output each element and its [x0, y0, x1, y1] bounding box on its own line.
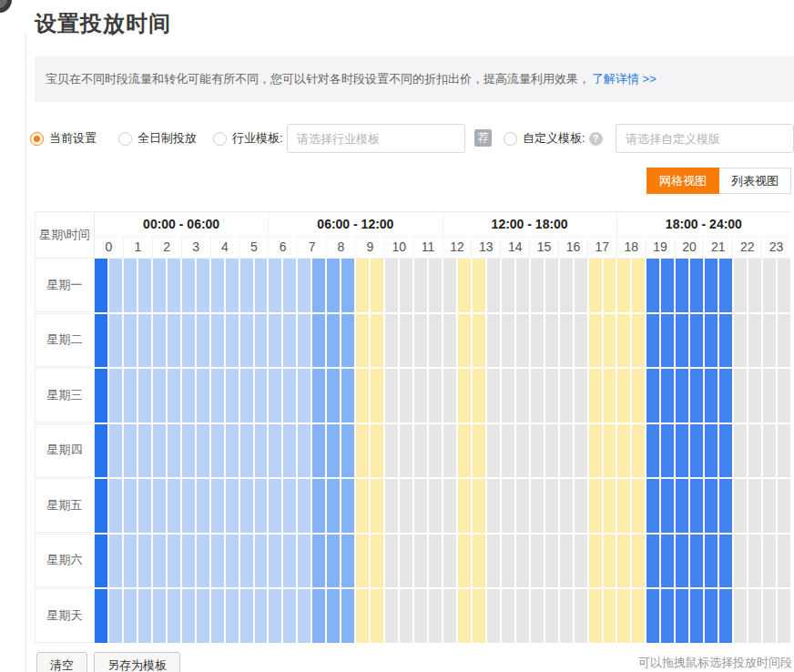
heat-cell[interactable] — [168, 259, 180, 312]
heat-cell[interactable] — [560, 369, 573, 423]
heat-cell[interactable] — [341, 535, 354, 588]
grid-view-button[interactable]: 网格视图 — [646, 168, 719, 194]
heat-cell[interactable] — [341, 369, 354, 423]
heat-cell[interactable] — [153, 535, 166, 588]
heat-cell[interactable] — [211, 369, 224, 423]
heat-cell[interactable] — [182, 479, 195, 533]
radio-industry-template[interactable]: 行业模板: — [213, 123, 283, 154]
heat-cell[interactable] — [298, 424, 310, 478]
heat-cell[interactable] — [414, 589, 427, 643]
heat-cell[interactable] — [255, 479, 268, 533]
heat-cell[interactable] — [429, 424, 442, 478]
heat-cell[interactable] — [604, 314, 616, 368]
heat-cell[interactable] — [646, 369, 659, 423]
heat-cell[interactable] — [255, 369, 268, 423]
heat-cell[interactable] — [429, 479, 442, 533]
heat-cell[interactable] — [734, 589, 747, 643]
heat-cell[interactable] — [560, 589, 573, 643]
heat-cell[interactable] — [226, 424, 239, 478]
heat-cell[interactable] — [327, 369, 340, 423]
heat-cell[interactable] — [487, 535, 500, 588]
heat-cell[interactable] — [95, 314, 107, 368]
heat-cell[interactable] — [531, 369, 544, 423]
heat-cell[interactable] — [327, 479, 340, 533]
heat-cell[interactable] — [604, 369, 616, 423]
heat-cell[interactable] — [124, 369, 137, 423]
heat-cell[interactable] — [124, 259, 137, 312]
heat-cell[interactable] — [705, 535, 718, 588]
heat-cell[interactable] — [283, 369, 296, 423]
heat-cell[interactable] — [95, 589, 107, 643]
clear-button[interactable]: 清空 — [36, 652, 87, 672]
heat-cell[interactable] — [589, 259, 602, 312]
heat-cell[interactable] — [575, 479, 587, 533]
heat-cell[interactable] — [109, 314, 122, 368]
heat-cell[interactable] — [182, 314, 195, 368]
heat-cell[interactable] — [604, 479, 616, 533]
heat-cell[interactable] — [400, 314, 412, 368]
heat-cell[interactable] — [283, 314, 296, 368]
heat-cell[interactable] — [560, 424, 573, 478]
heat-cell[interactable] — [676, 314, 688, 368]
heat-cell[interactable] — [443, 314, 456, 368]
heat-cell[interactable] — [240, 479, 253, 533]
heat-cell[interactable] — [545, 369, 558, 423]
heat-cell[interactable] — [138, 479, 151, 533]
heat-cell[interactable] — [458, 589, 471, 643]
heat-cell[interactable] — [168, 314, 180, 368]
heat-cell[interactable] — [341, 259, 354, 312]
heat-cell[interactable] — [763, 589, 776, 643]
heat-cell[interactable] — [269, 589, 281, 643]
heat-cell[interactable] — [531, 314, 544, 368]
heat-cell[interactable] — [748, 314, 761, 368]
heat-cell[interactable] — [502, 314, 514, 368]
heat-cell[interactable] — [298, 535, 310, 588]
heat-cell[interactable] — [589, 479, 602, 533]
heat-cell[interactable] — [385, 479, 398, 533]
heat-cell[interactable] — [356, 369, 369, 423]
heat-cell[interactable] — [269, 424, 281, 478]
heat-cell[interactable] — [705, 424, 718, 478]
heat-cell[interactable] — [473, 369, 485, 423]
heat-cell[interactable] — [226, 479, 239, 533]
heat-cell[interactable] — [95, 535, 107, 588]
heat-cell[interactable] — [168, 369, 180, 423]
custom-template-input[interactable] — [616, 124, 794, 153]
heat-cell[interactable] — [589, 314, 602, 368]
heat-cell[interactable] — [283, 535, 296, 588]
radio-full-day[interactable]: 全日制投放 — [118, 123, 197, 154]
heat-cell[interactable] — [226, 314, 239, 368]
heat-cell[interactable] — [473, 314, 485, 368]
heat-cell[interactable] — [414, 479, 427, 533]
heat-cell[interactable] — [719, 424, 732, 478]
heat-cell[interactable] — [632, 314, 645, 368]
heat-cell[interactable] — [298, 589, 310, 643]
heat-cell[interactable] — [545, 589, 558, 643]
heat-cell[interactable] — [617, 589, 630, 643]
heat-cell[interactable] — [443, 259, 456, 312]
heat-cell[interactable] — [516, 314, 529, 368]
heat-cell[interactable] — [632, 369, 645, 423]
heat-cell[interactable] — [414, 314, 427, 368]
radio-custom-template[interactable]: 自定义模板: ? — [504, 123, 603, 154]
heat-cell[interactable] — [400, 259, 412, 312]
learn-more-link[interactable]: 了解详情 >> — [592, 71, 657, 87]
heat-cell[interactable] — [341, 589, 354, 643]
heat-cell[interactable] — [197, 314, 209, 368]
heat-cell[interactable] — [676, 479, 688, 533]
heat-cell[interactable] — [443, 479, 456, 533]
heat-cell[interactable] — [719, 589, 732, 643]
heat-cell[interactable] — [458, 259, 471, 312]
heat-cell[interactable] — [182, 535, 195, 588]
heat-cell[interactable] — [778, 424, 790, 478]
heat-cell[interactable] — [153, 314, 166, 368]
heat-cell[interactable] — [371, 369, 383, 423]
list-view-button[interactable]: 列表视图 — [719, 168, 791, 194]
heat-cell[interactable] — [473, 259, 485, 312]
heat-cell[interactable] — [617, 479, 630, 533]
heat-cell[interactable] — [748, 535, 761, 588]
heat-cell[interactable] — [560, 259, 573, 312]
heat-cell[interactable] — [255, 259, 268, 312]
heat-cell[interactable] — [327, 259, 340, 312]
heat-cell[interactable] — [604, 589, 616, 643]
